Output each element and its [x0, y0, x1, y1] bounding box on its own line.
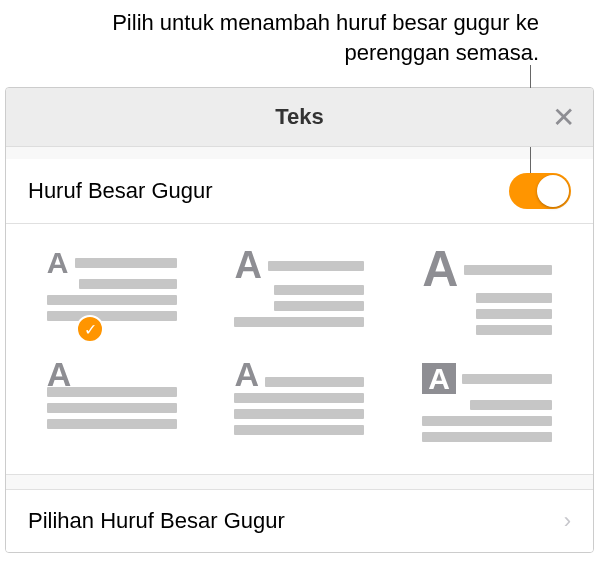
dropcap-icon-6: A: [422, 363, 552, 442]
text-panel: Teks ✕ Huruf Besar Gugur A ✓ A: [5, 87, 594, 553]
dropcap-style-2[interactable]: A: [226, 252, 374, 335]
dropcap-icon-4: A: [47, 363, 177, 442]
dropcap-style-4[interactable]: A: [38, 363, 186, 442]
dropcap-style-5[interactable]: A: [226, 363, 374, 442]
toggle-knob: [537, 175, 569, 207]
dropcap-style-6[interactable]: A: [413, 363, 561, 442]
dropcap-options-label: Pilihan Huruf Besar Gugur: [28, 508, 285, 534]
dropcap-icon-5: A: [234, 363, 364, 442]
close-button[interactable]: ✕: [552, 101, 575, 134]
dropcap-toggle-row: Huruf Besar Gugur: [6, 159, 593, 224]
chevron-right-icon: ›: [564, 508, 571, 534]
dropcap-toggle-label: Huruf Besar Gugur: [28, 178, 213, 204]
panel-header: Teks ✕: [6, 88, 593, 147]
dropcap-style-1[interactable]: A ✓: [38, 252, 186, 335]
dropcap-icon-2: A: [234, 252, 364, 335]
panel-title: Teks: [275, 104, 324, 130]
dropcap-options-row[interactable]: Pilihan Huruf Besar Gugur ›: [6, 489, 593, 552]
dropcap-icon-3: A: [422, 252, 552, 335]
dropcap-toggle[interactable]: [509, 173, 571, 209]
callout-text: Pilih untuk menambah huruf besar gugur k…: [0, 0, 599, 87]
dropcap-icon-1: A: [47, 252, 177, 335]
dropcap-style-3[interactable]: A: [413, 252, 561, 335]
dropcap-style-grid: A ✓ A A: [6, 224, 593, 475]
checkmark-icon: ✓: [76, 315, 104, 343]
